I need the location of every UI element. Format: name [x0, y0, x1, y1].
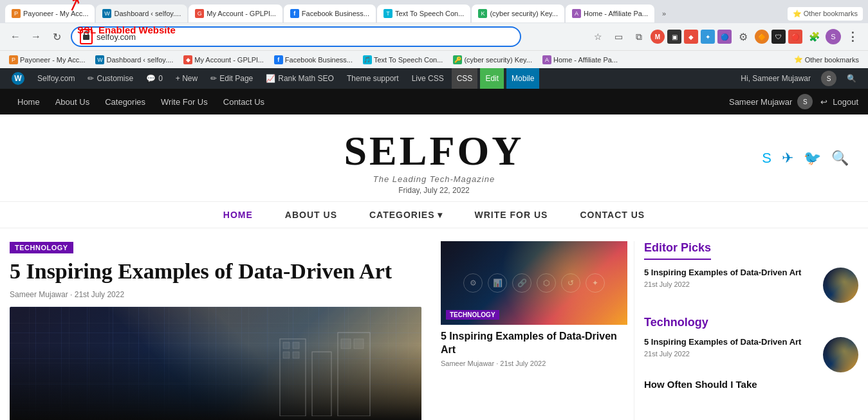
site-nav-categories[interactable]: Categories [97, 89, 153, 114]
wp-live-css[interactable]: Live CSS [407, 68, 449, 89]
site-nav-contact[interactable]: Contact Us [216, 89, 272, 114]
gmail-icon[interactable]: M [651, 30, 665, 44]
nav-about-label: About Us [55, 97, 89, 107]
skype-icon[interactable]: S [762, 150, 771, 167]
editor-picks-section: Editor Picks 5 Inspiring Examples of Dat… [644, 241, 858, 303]
wp-admin-bar: W Selfoy.com ✏ Customise 💬 0 + New ✏ Edi… [0, 68, 868, 89]
secondary-thumbnail[interactable]: ⚙ 📊 🔗 ⬡ ↺ ✦ TECHNOLOGY [441, 241, 627, 325]
bookmark-cyber[interactable]: 🔑 (cyber security) Key... [449, 54, 536, 66]
bm-favicon: P [9, 55, 18, 64]
ext8-icon[interactable]: 🔴 [788, 30, 802, 44]
main-article-meta: Sameer Mujawar · 21st July 2022 [10, 290, 421, 299]
tab-gplpl[interactable]: G My Account - GPLPl... [189, 5, 282, 23]
other-bookmarks-button[interactable]: ⭐ Other bookmarks [790, 54, 863, 65]
tab-tts[interactable]: T Text To Speech Con... [377, 5, 470, 23]
twitter-icon[interactable]: 🐦 [804, 150, 821, 167]
sidebar-thumb-2[interactable] [823, 337, 858, 372]
bookmarks-bar: P Payoneer - My Acc... W Dashboard ‹ sel… [0, 50, 868, 68]
bookmark-icon[interactable]: ☆ [589, 28, 607, 46]
address-box[interactable]: selfoy.com [71, 26, 521, 47]
bookmark-payoneer[interactable]: P Payoneer - My Acc... [5, 54, 89, 66]
search-header-icon[interactable]: 🔍 [831, 150, 849, 167]
wp-search-admin[interactable]: 🔍 [842, 68, 862, 89]
tab-cyber[interactable]: K (cyber security) Key... [472, 5, 564, 23]
wp-edit-page[interactable]: ✏ Edit Page [205, 68, 258, 89]
tech-icon-2: 📊 [488, 273, 507, 293]
bookmark-affiliate[interactable]: A Home - Affiliate Pa... [539, 54, 622, 66]
greeting-text: Hi, Sameer Mujawar [741, 74, 811, 83]
wp-rank-math[interactable]: 📈 Rank Math SEO [261, 68, 339, 89]
wp-customise[interactable]: ✏ Customise [82, 68, 138, 89]
wp-edit-button[interactable]: Edit [480, 68, 504, 89]
wp-mobile-button[interactable]: Mobile [506, 68, 539, 89]
main-nav-write[interactable]: WRITE FOR US [475, 210, 548, 220]
more-options-button[interactable]: ⋮ [844, 28, 862, 46]
back-button[interactable]: ← [6, 28, 24, 46]
theme-support-label: Theme support [347, 74, 399, 83]
main-nav-home[interactable]: HOME [223, 210, 253, 220]
wp-comments[interactable]: 💬 0 [141, 68, 168, 89]
zoom-icon[interactable]: ⧉ [630, 28, 648, 46]
bookmark-tts[interactable]: 🎵 Text To Speech Con... [359, 54, 447, 66]
main-nav-contact[interactable]: CONTACT US [580, 210, 645, 220]
secondary-article: ⚙ 📊 🔗 ⬡ ↺ ✦ TECHNOLOGY 5 Inspiring Examp… [441, 241, 627, 367]
ext5-icon[interactable]: ⚙ [734, 28, 752, 46]
svg-rect-3 [293, 342, 299, 349]
sidebar-article-1-title[interactable]: 5 Inspiring Examples of Data-Driven Art [644, 268, 817, 278]
secondary-author: Sameer Mujawar [441, 360, 494, 367]
site-nav-about[interactable]: About Us [48, 89, 97, 114]
main-nav-contact-label: CONTACT US [580, 210, 645, 220]
bm-favicon: A [542, 55, 551, 64]
wp-site-name[interactable]: Selfoy.com [32, 68, 80, 89]
url-text: selfoy.com [97, 32, 136, 42]
cast-icon[interactable]: ▭ [609, 28, 627, 46]
ext1-icon[interactable]: ▣ [667, 30, 681, 44]
main-category-badge[interactable]: TECHNOLOGY [10, 242, 73, 253]
ext7-icon[interactable]: 🛡 [771, 30, 786, 44]
site-nav-write[interactable]: Write For Us [153, 89, 216, 114]
ext2-icon[interactable]: ◆ [684, 30, 698, 44]
main-article-thumbnail[interactable] [10, 307, 421, 420]
profile-icon[interactable]: S [826, 29, 841, 44]
sidebar-article-1: 5 Inspiring Examples of Data-Driven Art … [644, 268, 858, 303]
tab-selfoy[interactable]: W Dashboard ‹ selfoy.... [96, 5, 187, 23]
sidebar-last-item[interactable]: How Often Should I Take [644, 379, 858, 390]
secondary-article-title[interactable]: 5 Inspiring Examples of Data-Driven Art [441, 330, 627, 357]
wp-theme-support[interactable]: Theme support [342, 68, 404, 89]
main-article-title[interactable]: 5 Inspiring Examples of Data-Driven Art [10, 259, 421, 285]
wp-logo-item[interactable]: W [6, 68, 30, 89]
telegram-icon[interactable]: ✈ [782, 150, 793, 167]
wp-user-avatar[interactable]: S [816, 68, 842, 89]
tech-icon-5: ↺ [561, 273, 580, 293]
other-bookmarks-tab[interactable]: ⭐ Other bookmarks [788, 7, 863, 21]
bookmark-selfoy[interactable]: W Dashboard ‹ selfoy.... [91, 54, 177, 66]
svg-rect-5 [293, 352, 299, 358]
bm-favicon: f [274, 55, 283, 64]
sidebar-article-2-title[interactable]: 5 Inspiring Examples of Data-Driven Art [644, 337, 817, 348]
tab-payoneer[interactable]: P Payoneer - My Acc... [5, 5, 95, 23]
tab-affiliate[interactable]: A Home - Affiliate Pa... [566, 5, 654, 23]
wp-greeting[interactable]: Hi, Sameer Mujawar [735, 68, 816, 89]
forward-button[interactable]: → [27, 28, 45, 46]
site-nav-home[interactable]: Home [10, 89, 48, 114]
logout-icon: ↩ [820, 97, 827, 107]
main-nav-about[interactable]: ABOUT US [285, 210, 337, 220]
wp-css-button[interactable]: CSS [452, 68, 478, 89]
main-nav-categories[interactable]: CATEGORIES ▾ [369, 210, 443, 220]
refresh-button[interactable]: ↻ [48, 28, 66, 46]
tab-facebook[interactable]: f Facebook Business... [284, 5, 376, 23]
bm-favicon: W [95, 55, 104, 64]
more-tabs-button[interactable]: » [658, 7, 670, 20]
bookmark-gplpl[interactable]: ◆ My Account - GPLPl... [180, 54, 268, 66]
ext4-icon[interactable]: 🔵 [717, 30, 732, 44]
sidebar-thumb-1[interactable] [823, 268, 858, 303]
wp-new[interactable]: + New [171, 68, 203, 89]
site-logo[interactable]: SELFOY [13, 131, 855, 172]
bookmark-facebook[interactable]: f Facebook Business... [270, 54, 356, 66]
bm-favicon: ◆ [183, 55, 192, 64]
address-bar-row: ← → ↻ selfoy.com ↙ SSL Enabled Website ☆… [0, 23, 868, 50]
extensions-button[interactable]: 🧩 [805, 28, 823, 46]
ext3-icon[interactable]: ✦ [701, 30, 715, 44]
logout-link[interactable]: Logout [833, 97, 858, 107]
ext6-icon[interactable]: 🔶 [755, 30, 769, 44]
